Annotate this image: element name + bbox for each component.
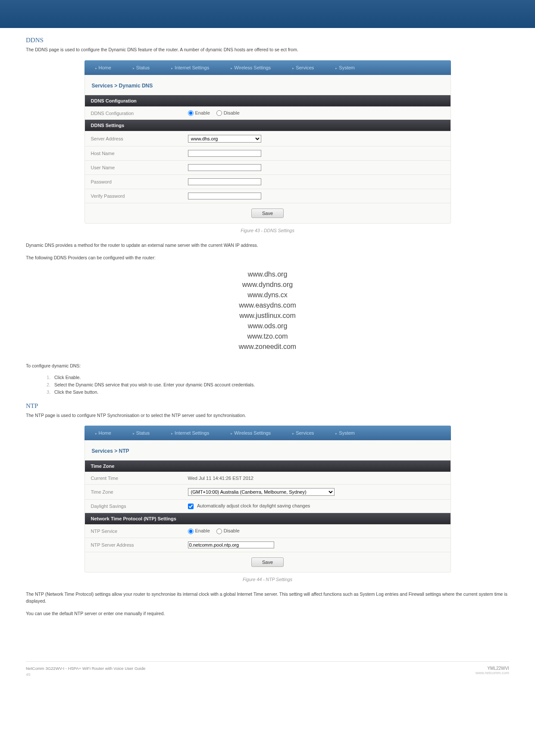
server-address-select[interactable]: www.dhs.org bbox=[188, 135, 261, 143]
ntp-intro: The NTP page is used to configure NTP Sy… bbox=[26, 412, 509, 419]
tab-status[interactable]: Status bbox=[122, 430, 160, 436]
ddns-desc1: Dynamic DNS provides a method for the ro… bbox=[26, 242, 509, 249]
ddns-disable-radio[interactable] bbox=[216, 110, 222, 116]
ntp-desc1: The NTP (Network Time Protocol) settings… bbox=[26, 591, 509, 605]
ntp-desc2: You can use the default NTP server or en… bbox=[26, 610, 509, 617]
ddns-disable-radio-label[interactable]: Disable bbox=[216, 110, 240, 115]
ddns-config-label: DDNS Configuration bbox=[91, 111, 188, 116]
step-item: Click the Save button. bbox=[52, 389, 509, 395]
password-input[interactable] bbox=[188, 178, 261, 185]
footer-model: YML22WVI bbox=[476, 666, 509, 671]
provider-item: www.zoneedit.com bbox=[26, 342, 509, 352]
tab-services[interactable]: Services bbox=[282, 430, 325, 436]
host-name-label: Host Name bbox=[91, 151, 188, 156]
ddns-config-row: DDNS Configuration Enable Disable bbox=[84, 107, 451, 120]
ddns-save-button[interactable]: Save bbox=[251, 208, 284, 218]
daylight-savings-label: Daylight Savings bbox=[91, 504, 188, 509]
tab-home[interactable]: Home bbox=[84, 65, 122, 70]
user-name-input[interactable] bbox=[188, 164, 261, 171]
ntp-tz-bar: Time Zone bbox=[84, 460, 451, 472]
daylight-savings-checkbox[interactable] bbox=[188, 504, 194, 509]
ntp-disable-radio-label[interactable]: Disable bbox=[216, 528, 240, 533]
ntp-breadcrumb: Services > NTP bbox=[84, 440, 451, 460]
ntp-figure-caption: Figure 44 - NTP Settings bbox=[26, 577, 509, 582]
ddns-figure-caption: Figure 43 - DDNS Settings bbox=[26, 228, 509, 233]
provider-item: www.ods.org bbox=[26, 321, 509, 331]
provider-item: www.tzo.com bbox=[26, 331, 509, 342]
top-banner bbox=[0, 0, 535, 28]
footer-page-number: 45 bbox=[26, 672, 145, 677]
ddns-steps-intro: To configure dynamic DNS: bbox=[26, 362, 509, 370]
tab-system[interactable]: System bbox=[325, 430, 366, 436]
ddns-nav-tabs: Home Status Internet Settings Wireless S… bbox=[84, 60, 451, 75]
ntp-heading: NTP bbox=[26, 402, 509, 410]
ntp-server-address-input[interactable] bbox=[188, 541, 274, 548]
ddns-settings-bar: DDNS Settings bbox=[84, 120, 451, 131]
host-name-input[interactable] bbox=[188, 150, 261, 157]
footer-site: www.netcomm.com bbox=[476, 671, 509, 675]
ntp-panel: Home Status Internet Settings Wireless S… bbox=[84, 426, 451, 572]
tab-status[interactable]: Status bbox=[122, 65, 160, 70]
ntp-nav-tabs: Home Status Internet Settings Wireless S… bbox=[84, 426, 451, 440]
current-time-label: Current Time bbox=[91, 476, 188, 481]
ddns-provider-list: www.dhs.org www.dyndns.org www.dyns.cx w… bbox=[26, 269, 509, 352]
ddns-enable-radio-label[interactable]: Enable bbox=[188, 110, 210, 115]
provider-item: www.easydns.com bbox=[26, 300, 509, 311]
tab-internet-settings[interactable]: Internet Settings bbox=[160, 430, 220, 436]
provider-item: www.dyns.cx bbox=[26, 290, 509, 300]
ntp-server-address-label: NTP Server Address bbox=[91, 542, 188, 548]
ddns-steps-list: Click Enable. Select the Dynamic DNS ser… bbox=[52, 375, 509, 395]
provider-item: www.dyndns.org bbox=[26, 280, 509, 290]
ntp-settings-bar: Network Time Protocol (NTP) Settings bbox=[84, 513, 451, 525]
ntp-enable-radio[interactable] bbox=[188, 529, 194, 534]
tab-wireless-settings[interactable]: Wireless Settings bbox=[220, 430, 282, 436]
verify-password-label: Verify Password bbox=[91, 193, 188, 199]
tab-services[interactable]: Services bbox=[282, 65, 325, 70]
ddns-panel: Home Status Internet Settings Wireless S… bbox=[84, 60, 451, 224]
server-address-label: Server Address bbox=[91, 136, 188, 141]
user-name-label: User Name bbox=[91, 165, 188, 170]
tab-internet-settings[interactable]: Internet Settings bbox=[160, 65, 220, 70]
daylight-savings-text: Automatically adjust clock for daylight … bbox=[197, 503, 310, 508]
tab-wireless-settings[interactable]: Wireless Settings bbox=[220, 65, 282, 70]
ddns-enable-radio[interactable] bbox=[188, 110, 194, 116]
page-footer: NetComm 3G22WV-I - HSPA+ WiFi Router wit… bbox=[26, 661, 509, 685]
time-zone-select[interactable]: (GMT+10:00) Australia (Canberra, Melbour… bbox=[188, 488, 335, 496]
ntp-enable-radio-label[interactable]: Enable bbox=[188, 528, 210, 533]
ntp-save-button[interactable]: Save bbox=[251, 557, 284, 567]
ddns-config-bar: DDNS Configuration bbox=[84, 95, 451, 107]
step-item: Select the Dynamic DNS service that you … bbox=[52, 382, 509, 387]
provider-item: www.justlinux.com bbox=[26, 311, 509, 321]
ddns-breadcrumb: Services > Dynamic DNS bbox=[84, 75, 451, 95]
ntp-disable-radio[interactable] bbox=[216, 529, 222, 534]
tab-system[interactable]: System bbox=[325, 65, 366, 70]
ddns-intro: The DDNS page is used to configure the D… bbox=[26, 47, 509, 53]
step-item: Click Enable. bbox=[52, 375, 509, 380]
time-zone-label: Time Zone bbox=[91, 489, 188, 495]
ddns-heading: DDNS bbox=[26, 37, 509, 44]
verify-password-input[interactable] bbox=[188, 193, 261, 199]
tab-home[interactable]: Home bbox=[84, 430, 122, 436]
footer-guide-title: NetComm 3G22WV-I - HSPA+ WiFi Router wit… bbox=[26, 666, 145, 671]
ddns-desc2: The following DDNS Providers can be conf… bbox=[26, 254, 509, 261]
provider-item: www.dhs.org bbox=[26, 269, 509, 280]
current-time-value: Wed Jul 11 14:41:26 EST 2012 bbox=[188, 476, 444, 481]
ntp-service-label: NTP Service bbox=[91, 529, 188, 534]
password-label: Password bbox=[91, 179, 188, 184]
